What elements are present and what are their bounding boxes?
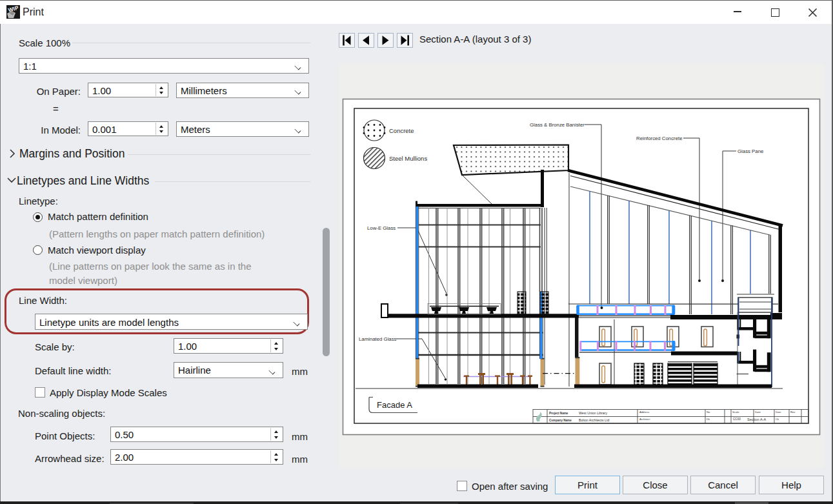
svg-text:Rev: Rev xyxy=(790,410,796,414)
svg-text:Facade A: Facade A xyxy=(377,400,412,410)
svg-text:Company Name: Company Name xyxy=(549,419,572,422)
svg-text:Project Name: Project Name xyxy=(549,412,568,415)
svg-text:No: No xyxy=(707,410,710,414)
svg-text:Dk: Dk xyxy=(707,418,710,421)
svg-text:Ck: Ck xyxy=(776,418,779,421)
svg-text:Dwn: Dwn xyxy=(776,410,781,414)
svg-text:Scale: Scale xyxy=(732,410,739,414)
svg-text:Architect: Architect xyxy=(639,418,650,421)
svg-text:Glass & Bronze Banister: Glass & Bronze Banister xyxy=(530,122,585,128)
svg-text:CC00: CC00 xyxy=(733,418,741,421)
svg-text:Concrete: Concrete xyxy=(389,127,414,134)
svg-text:Laminated Glass: Laminated Glass xyxy=(359,336,397,342)
svg-text:Section A-A: Section A-A xyxy=(747,418,766,421)
svg-text:Low-E Glass: Low-E Glass xyxy=(367,225,396,231)
svg-text:Bolton Architects Ltd: Bolton Architects Ltd xyxy=(579,418,609,422)
svg-text:Reinforced Concrete: Reinforced Concrete xyxy=(636,136,683,141)
svg-text:Address: Address xyxy=(639,410,649,414)
svg-text:West Union Library: West Union Library xyxy=(579,411,607,415)
svg-text:Glass Pane: Glass Pane xyxy=(738,148,763,154)
svg-text:Date: Date xyxy=(755,410,761,414)
svg-text:Steel Mullions: Steel Mullions xyxy=(389,155,427,162)
